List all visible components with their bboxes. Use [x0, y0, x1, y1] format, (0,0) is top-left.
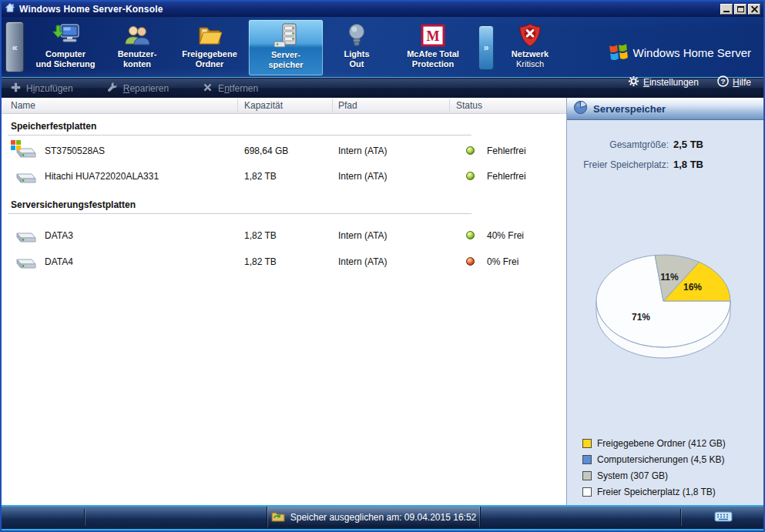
section-storage-disks: Speicherfestplatten [8, 121, 471, 136]
drive-capacity: 1,82 TB [244, 256, 277, 267]
pie-legend: Freigegebene Ordner (412 GB) Computersic… [582, 438, 726, 497]
drive-name: DATA4 [45, 256, 73, 267]
tab-shared-folders[interactable]: Freigegebene Ordner [171, 19, 248, 76]
balance-status: Speicher ausgeglichen am: 09.04.2015 16:… [267, 507, 481, 527]
gear-icon [628, 75, 639, 89]
tab-mcafee[interactable]: M McAfee Total Protection [390, 19, 476, 76]
status-healthy-icon [466, 172, 475, 180]
quick-links: Einstellungen ? Hilfe [628, 75, 751, 89]
tab-user-accounts[interactable]: Benutzer- konten [103, 19, 171, 76]
folder-sync-icon [271, 510, 285, 524]
drive-status: 0% Frei [487, 256, 518, 267]
minimize-icon [723, 11, 730, 12]
drive-path: Intern (ATA) [338, 230, 388, 241]
shared-folders-icon [196, 22, 223, 49]
drive-icon [14, 167, 37, 186]
tab-strip: Computer und Sicherung Benutzer- konten [28, 19, 564, 76]
balance-message: Speicher ausgeglichen am: 09.04.2015 16:… [290, 512, 477, 523]
network-critical-icon [518, 22, 542, 49]
legend-item: System (307 GB) [582, 470, 726, 481]
drive-capacity: 698,64 GB [244, 146, 288, 156]
drive-icon [14, 253, 37, 271]
drive-status: Fehlerfrei [487, 171, 526, 182]
statusbar-divider [680, 509, 681, 526]
column-path[interactable]: Pfad [338, 100, 357, 111]
settings-link[interactable]: Einstellungen [628, 75, 699, 89]
total-size-value: 2,5 TB [673, 135, 703, 154]
windows-flag-icon [609, 43, 628, 62]
drive-icon [14, 226, 37, 245]
close-icon [751, 6, 758, 13]
tab-lights-out[interactable]: Lights Out [324, 19, 390, 76]
add-button[interactable]: Hinzufügen [11, 82, 73, 95]
windows-flag-icon [11, 139, 21, 153]
home-icon [5, 2, 15, 16]
keyboard-button[interactable] [714, 510, 733, 525]
status-healthy-icon [466, 231, 475, 239]
app-window: Windows Home Server-Konsole « [0, 0, 765, 532]
drive-status: Fehlerfrei [487, 146, 526, 156]
pie-label-system: 11% [660, 272, 679, 283]
window-title: Windows Home Server-Konsole [19, 4, 163, 15]
drive-capacity: 1,82 TB [244, 171, 277, 182]
maximize-button[interactable] [734, 4, 747, 15]
repair-button[interactable]: Reparieren [107, 82, 169, 95]
user-accounts-icon [123, 22, 151, 49]
legend-item: Computersicherungen (4,5 KB) [582, 454, 726, 465]
drive-path: Intern (ATA) [338, 146, 388, 156]
drive-name: Hitachi HUA722020ALA331 [45, 171, 159, 182]
close-button[interactable] [748, 4, 760, 15]
brand-logo: Windows Home Server [609, 43, 751, 62]
legend-item: Freigegebene Ordner (412 GB) [582, 438, 726, 449]
add-icon [11, 82, 21, 95]
column-divider [332, 99, 333, 112]
storage-stats: Gesamtgröße: 2,5 TB Freier Speicherplatz… [567, 135, 763, 175]
brand-text: Windows Home Server [633, 46, 751, 59]
table-row[interactable]: Hitachi HUA722020ALA331 1,82 TB Intern (… [2, 163, 566, 189]
legend-swatch-backups [582, 455, 592, 464]
disk-table: Name Kapazität Pfad Status Speicherfestp… [2, 98, 566, 505]
maximize-icon [737, 6, 744, 12]
scroll-right-button[interactable]: » [478, 25, 494, 70]
column-divider [237, 99, 238, 112]
panel-title: Serverspeicher [593, 103, 666, 115]
svg-text:M: M [427, 28, 440, 44]
server-storage-panel: Serverspeicher Gesamtgröße: 2,5 TB Freie… [566, 98, 763, 505]
column-capacity[interactable]: Kapazität [244, 100, 283, 111]
legend-swatch-system [582, 471, 592, 480]
keyboard-icon [714, 514, 733, 525]
drive-path: Intern (ATA) [338, 171, 388, 182]
tab-network-health[interactable]: Netzwerk Kritisch [496, 19, 564, 76]
drive-name: ST3750528AS [45, 146, 105, 156]
status-critical-icon [466, 257, 475, 266]
legend-swatch-shared-folders [582, 439, 592, 448]
table-row[interactable]: DATA3 1,82 TB Intern (ATA) 40% Frei [2, 223, 566, 249]
column-status[interactable]: Status [456, 100, 482, 111]
remove-button[interactable]: Entfernen [203, 82, 258, 95]
section-backup-disks: Serversicherungsfestplatten [8, 199, 471, 214]
remove-icon [203, 82, 213, 95]
lights-out-icon [345, 22, 368, 49]
table-row[interactable]: DATA4 1,82 TB Intern (ATA) 0% Frei [2, 249, 566, 275]
legend-swatch-free [582, 487, 592, 497]
minimize-button[interactable] [720, 4, 733, 15]
drive-path: Intern (ATA) [338, 256, 388, 267]
help-icon: ? [717, 75, 729, 89]
status-healthy-icon [466, 146, 475, 155]
window-controls [720, 4, 760, 15]
panel-header: Serverspeicher [567, 98, 763, 120]
free-space-label: Freier Speicherplatz: [567, 156, 669, 175]
column-name[interactable]: Name [11, 100, 35, 111]
drive-status: 40% Frei [487, 230, 524, 241]
statusbar-divider [84, 509, 85, 526]
tab-computer-backup[interactable]: Computer und Sicherung [28, 19, 103, 76]
column-divider [449, 99, 450, 112]
help-link[interactable]: ? Hilfe [717, 75, 751, 89]
tab-server-storage[interactable]: Server- speicher [248, 19, 324, 76]
svg-text:?: ? [721, 78, 726, 85]
pie-label-free: 71% [632, 312, 650, 323]
wrench-icon [107, 82, 118, 95]
scroll-left-button[interactable]: « [5, 22, 24, 72]
table-row[interactable]: ST3750528AS 698,64 GB Intern (ATA) Fehle… [2, 138, 566, 164]
legend-item: Freier Speicherplatz (1,8 TB) [582, 487, 726, 497]
